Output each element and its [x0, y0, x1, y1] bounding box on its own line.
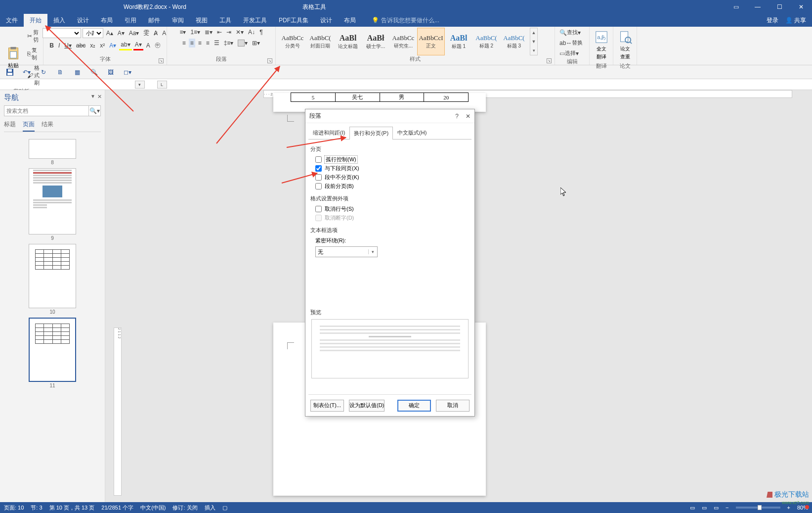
- bullets-button[interactable]: ≡▾: [178, 28, 187, 37]
- tab-table-design[interactable]: 设计: [314, 14, 338, 27]
- status-page[interactable]: 页面: 10: [4, 504, 24, 512]
- page-thumbnail[interactable]: [29, 244, 76, 308]
- sort-button[interactable]: A↓: [247, 28, 256, 37]
- status-track[interactable]: 修订: 关闭: [172, 504, 197, 512]
- enclose-characters-button[interactable]: ㊥: [153, 40, 162, 50]
- increase-font-icon[interactable]: A▴: [105, 29, 115, 38]
- tell-me-search[interactable]: 💡 告诉我您想要做什么...: [372, 14, 439, 27]
- tab-table-layout[interactable]: 布局: [338, 14, 362, 27]
- character-shading-button[interactable]: A: [145, 41, 152, 50]
- tab-view[interactable]: 视图: [190, 14, 214, 27]
- page-break-before-label[interactable]: 段前分页(B): [325, 183, 354, 190]
- tab-tools[interactable]: 工具: [214, 14, 237, 27]
- status-mode[interactable]: 插入: [205, 504, 215, 512]
- tab-design[interactable]: 设计: [71, 14, 95, 27]
- tab-layout[interactable]: 布局: [95, 14, 119, 27]
- keep-with-next-label[interactable]: 与下段同页(X): [325, 165, 359, 172]
- dialog-tab-chinese[interactable]: 中文版式(H): [393, 126, 431, 139]
- dialog-tab-breaks[interactable]: 换行和分页(P): [349, 127, 393, 140]
- tab-mailings[interactable]: 邮件: [142, 14, 166, 27]
- style-item[interactable]: AaBbC(标题 2: [472, 28, 500, 55]
- asian-layout-button[interactable]: ✕▾: [234, 28, 245, 37]
- superscript-button[interactable]: x²: [98, 41, 106, 50]
- status-page-of[interactable]: 第 10 页，共 13 页: [49, 504, 95, 512]
- layout-mode-icon[interactable]: L: [157, 81, 167, 89]
- line-spacing-button[interactable]: ‡≡▾: [222, 39, 235, 47]
- login-button[interactable]: 登录: [767, 16, 778, 25]
- strikethrough-button[interactable]: abc: [75, 41, 87, 50]
- window-close-icon[interactable]: ✕: [790, 0, 812, 14]
- style-item[interactable]: AaBbC(标题 3: [500, 28, 528, 55]
- print-layout-icon[interactable]: ▭: [702, 505, 707, 511]
- set-default-button[interactable]: 设为默认值(D): [349, 400, 385, 412]
- zoom-slider-thumb[interactable]: [758, 505, 762, 510]
- keep-together-checkbox[interactable]: [315, 174, 322, 181]
- align-left-button[interactable]: ≡: [181, 39, 187, 47]
- nav-tab-results[interactable]: 结果: [42, 119, 53, 132]
- format-painter-button[interactable]: 🖌 格式刷: [26, 63, 41, 88]
- shading-button[interactable]: ▾: [236, 39, 249, 47]
- decrease-indent-button[interactable]: ⇤: [215, 28, 223, 37]
- table-cell[interactable]: 5: [291, 93, 336, 102]
- window-minimize-icon[interactable]: ―: [747, 0, 769, 14]
- bold-button[interactable]: B: [48, 41, 55, 50]
- dialog-close-icon[interactable]: ✕: [466, 113, 470, 120]
- underline-button[interactable]: U▾: [63, 41, 73, 50]
- justify-button[interactable]: ≡: [205, 39, 211, 47]
- chevron-down-icon[interactable]: ▾: [368, 249, 377, 254]
- chevron-down-icon[interactable]: ▼: [530, 37, 537, 46]
- table-cell[interactable]: 吴七: [335, 93, 380, 102]
- increase-indent-button[interactable]: ⇥: [225, 28, 233, 37]
- style-item[interactable]: AaBbC(封面日期: [306, 28, 334, 55]
- document-area[interactable]: · · · 2 · 1 · △ · 1 · 2 · 3 · 4 · 5 · 6 …: [105, 90, 812, 502]
- zoom-in-icon[interactable]: +: [787, 505, 790, 511]
- phonetic-guide-icon[interactable]: 雯: [142, 28, 151, 38]
- search-input[interactable]: [4, 106, 88, 116]
- dialog-titlebar[interactable]: 段落 ? ✕: [305, 109, 474, 123]
- web-layout-icon[interactable]: ▭: [714, 505, 719, 511]
- tab-references[interactable]: 引用: [119, 14, 142, 27]
- keep-together-label[interactable]: 段中不分页(K): [325, 174, 359, 181]
- new-doc-icon[interactable]: 🗎: [55, 67, 65, 77]
- keep-with-next-checkbox[interactable]: [315, 165, 322, 172]
- numbering-button[interactable]: 1≡▾: [189, 28, 202, 37]
- translate-button[interactable]: aあ 全文 翻译: [593, 28, 610, 62]
- align-center-button[interactable]: ≡: [189, 39, 195, 47]
- highlight-color-button[interactable]: ab▾: [119, 40, 131, 50]
- tab-pdf[interactable]: PDF工具集: [273, 14, 314, 27]
- style-item[interactable]: AaBl标题 1: [445, 28, 472, 55]
- tight-wrap-combo[interactable]: 无▾: [315, 246, 378, 257]
- tab-insert[interactable]: 插入: [47, 14, 71, 27]
- search-icon[interactable]: 🔍▾: [88, 106, 100, 116]
- page-thumbnails[interactable]: 8 9 10 11: [4, 135, 101, 502]
- subscript-button[interactable]: x₂: [88, 41, 97, 50]
- align-right-button[interactable]: ≡: [197, 39, 203, 47]
- ok-button[interactable]: 确定: [397, 400, 431, 412]
- change-case-icon[interactable]: Aa▾: [128, 29, 141, 38]
- style-gallery[interactable]: AaBbCc分类号AaBbC(封面日期AaBl论文标题AaBł硕士学...AaB…: [279, 28, 528, 55]
- status-section[interactable]: 节: 3: [31, 504, 42, 512]
- tab-developer[interactable]: 开发工具: [237, 14, 273, 27]
- status-language[interactable]: 中文(中国): [140, 504, 166, 512]
- tab-file[interactable]: 文件: [0, 14, 24, 27]
- chevron-down-icon[interactable]: ▼: [90, 93, 95, 100]
- paragraph-launcher-icon[interactable]: ↘: [267, 58, 272, 63]
- italic-button[interactable]: I: [57, 41, 61, 50]
- close-icon[interactable]: ✕: [97, 93, 102, 100]
- paste-button[interactable]: 粘贴: [3, 44, 24, 71]
- chevron-up-icon[interactable]: ▲: [530, 28, 537, 37]
- page-thumbnail-selected[interactable]: [29, 318, 76, 382]
- document-table[interactable]: 5 吴七 男 20: [291, 93, 469, 102]
- page-break-before-checkbox[interactable]: [315, 183, 322, 189]
- page-thumbnail[interactable]: [29, 139, 76, 159]
- styles-launcher-icon[interactable]: ↘: [547, 58, 552, 63]
- multilevel-list-button[interactable]: ≣▾: [203, 28, 214, 37]
- widow-control-checkbox[interactable]: [315, 156, 322, 163]
- table-icon[interactable]: ▦: [72, 67, 82, 77]
- style-gallery-nav[interactable]: ▲▼▾: [530, 28, 538, 55]
- table-cell[interactable]: 男: [380, 93, 424, 102]
- table-cell[interactable]: 20: [424, 93, 469, 102]
- page-thumbnail[interactable]: [29, 168, 76, 234]
- suppress-line-numbers-checkbox[interactable]: [315, 206, 322, 212]
- macro-record-icon[interactable]: ▢: [222, 505, 227, 511]
